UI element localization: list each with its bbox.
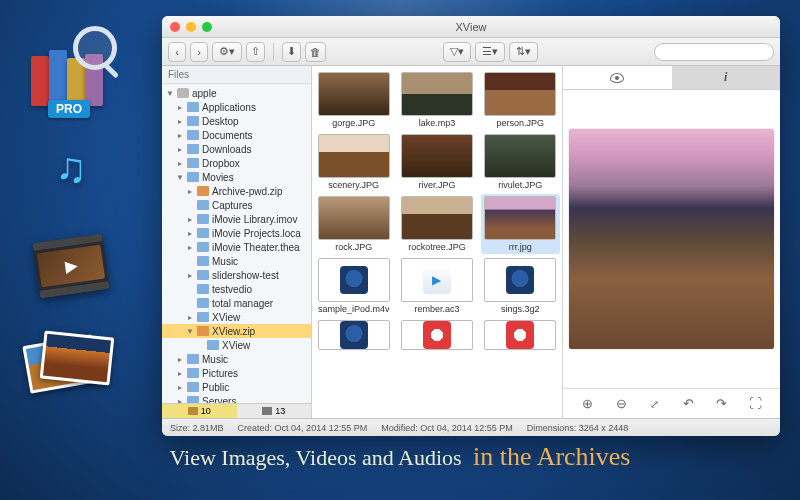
tree-item[interactable]: ▼apple — [162, 86, 311, 100]
caption: View Images, Videos and Audios in the Ar… — [0, 442, 800, 472]
info-tab[interactable]: i — [672, 66, 781, 89]
zoom-button[interactable] — [202, 22, 212, 32]
folder-icon — [197, 242, 209, 252]
zoom-out-button[interactable] — [612, 396, 630, 411]
thumbnail-label: rivulet.JPG — [498, 180, 542, 190]
nav-back-button[interactable]: ‹ — [168, 42, 186, 62]
preview-tab[interactable] — [563, 66, 672, 89]
folder-icon — [187, 354, 199, 364]
tree-item[interactable]: ▸Servers — [162, 394, 311, 403]
thumbnail-item[interactable] — [397, 318, 476, 354]
toolbar: ‹ › ⚙ ▾ ⇧ ⬇ 🗑 ▽ ▾ ☰ ▾ ⇅ ▾ — [162, 38, 780, 66]
image-count: 13 — [237, 404, 312, 418]
tree-item[interactable]: ▸XView — [162, 310, 311, 324]
tree-item-label: Music — [202, 354, 228, 365]
tree-item[interactable]: ▼XView.zip — [162, 324, 311, 338]
thumbnail-label: sample_iPod.m4v — [318, 304, 390, 314]
zoom-in-button[interactable] — [579, 396, 597, 411]
tree-item-label: Archive-pwd.zip — [212, 186, 283, 197]
tree-item-label: Desktop — [202, 116, 239, 127]
thumbnail-item[interactable]: rivulet.JPG — [481, 132, 560, 192]
thumbnail-item[interactable]: rember.ac3 — [397, 256, 476, 316]
thumbnail-item[interactable]: sample_iPod.m4v — [314, 256, 393, 316]
save-button[interactable]: ⬇ — [282, 42, 301, 62]
tree-item[interactable]: ▸Downloads — [162, 142, 311, 156]
gear-icon: ⚙ — [219, 45, 229, 58]
tree-item-label: XView.zip — [212, 326, 255, 337]
folder-icon — [187, 130, 199, 140]
tree-item[interactable]: ▸Public — [162, 380, 311, 394]
tree-item-label: apple — [192, 88, 216, 99]
tree-item[interactable]: ▸Archive-pwd.zip — [162, 184, 311, 198]
thumbnail-item[interactable]: gorge.JPG — [314, 70, 393, 130]
tree-item[interactable]: ▸Dropbox — [162, 156, 311, 170]
tree-item[interactable]: ▼Movies — [162, 170, 311, 184]
search-input[interactable] — [654, 43, 774, 61]
nav-forward-button[interactable]: › — [190, 42, 208, 62]
share-button[interactable]: ⇧ — [246, 42, 265, 62]
disk-icon — [177, 88, 189, 98]
thumbnail-item[interactable]: scenery.JPG — [314, 132, 393, 192]
tree-item[interactable]: Music — [162, 254, 311, 268]
thumbnail-label: sings.3g2 — [501, 304, 540, 314]
thumbnail-item[interactable]: person.JPG — [481, 70, 560, 130]
tree-item-label: Downloads — [202, 144, 251, 155]
tree-item[interactable]: testvedio — [162, 282, 311, 296]
tree-item[interactable]: ▸iMovie Library.imov — [162, 212, 311, 226]
thumbnail-item[interactable]: sings.3g2 — [481, 256, 560, 316]
tree-item[interactable]: ▸Applications — [162, 100, 311, 114]
tree-item[interactable]: ▸iMovie Theater.thea — [162, 240, 311, 254]
thumbnail-item[interactable] — [314, 318, 393, 354]
tree-item[interactable]: ▸Pictures — [162, 366, 311, 380]
tree-item[interactable]: XView — [162, 338, 311, 352]
thumbnail-item[interactable]: rrr.jpg — [481, 194, 560, 254]
eye-icon — [610, 73, 624, 83]
info-icon: i — [724, 70, 727, 85]
view-mode-button[interactable]: ☰ ▾ — [475, 42, 505, 62]
folder-icon — [187, 382, 199, 392]
tree-item-label: Documents — [202, 130, 253, 141]
folder-icon — [197, 284, 209, 294]
thumbnail-item[interactable] — [481, 318, 560, 354]
thumbnail-item[interactable]: river.JPG — [397, 132, 476, 192]
tree-item-label: iMovie Theater.thea — [212, 242, 300, 253]
folder-icon — [188, 407, 198, 415]
folder-icon — [197, 228, 209, 238]
trash-icon: 🗑 — [310, 46, 321, 58]
filter-button[interactable]: ▽ ▾ — [443, 42, 471, 62]
tree-item-label: slidershow-test — [212, 270, 279, 281]
tree-item[interactable]: ▸slidershow-test — [162, 268, 311, 282]
fullscreen-button[interactable] — [746, 396, 764, 411]
list-icon: ☰ — [482, 45, 492, 58]
window-title: XView — [456, 21, 487, 33]
itunes-icon — [506, 321, 534, 349]
tree-item-label: testvedio — [212, 284, 252, 295]
rotate-left-button[interactable] — [679, 396, 697, 411]
fit-button[interactable] — [646, 396, 664, 411]
tree-item[interactable]: ▸Documents — [162, 128, 311, 142]
folder-icon — [197, 256, 209, 266]
folder-icon — [187, 396, 199, 403]
folder-icon — [197, 200, 209, 210]
tree-item[interactable]: ▸iMovie Projects.loca — [162, 226, 311, 240]
qt-icon — [506, 266, 534, 294]
thumbnail-item[interactable]: rock.JPG — [314, 194, 393, 254]
promo-icons: PRO ♫ — [16, 30, 146, 422]
thumbnail-item[interactable]: rockotree.JPG — [397, 194, 476, 254]
close-button[interactable] — [170, 22, 180, 32]
titlebar: XView — [162, 16, 780, 38]
folder-icon — [187, 158, 199, 168]
gear-button[interactable]: ⚙ ▾ — [212, 42, 242, 62]
sort-button[interactable]: ⇅ ▾ — [509, 42, 538, 62]
music-icon: ♫ — [16, 128, 126, 208]
rotate-right-button[interactable] — [713, 396, 731, 411]
minimize-button[interactable] — [186, 22, 196, 32]
thumbnail-label: rrr.jpg — [509, 242, 532, 252]
tree-item[interactable]: ▸Music — [162, 352, 311, 366]
folder-icon — [187, 102, 199, 112]
thumbnail-item[interactable]: lake.mp3 — [397, 70, 476, 130]
tree-item[interactable]: ▸Desktop — [162, 114, 311, 128]
tree-item[interactable]: Captures — [162, 198, 311, 212]
tree-item[interactable]: total manager — [162, 296, 311, 310]
delete-button[interactable]: 🗑 — [305, 42, 326, 62]
